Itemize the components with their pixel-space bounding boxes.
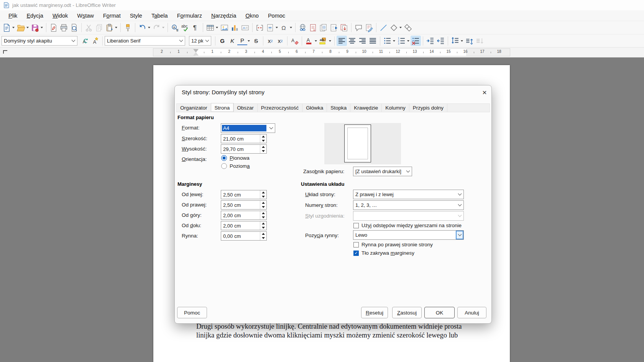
insert-textbox-icon[interactable]: A	[240, 23, 250, 33]
print-preview-icon[interactable]	[69, 23, 79, 33]
subscript-button[interactable]: x2	[275, 36, 285, 46]
tab-obszar[interactable]: Obszar	[233, 104, 258, 112]
format-combobox[interactable]: A4	[221, 123, 275, 133]
spinner-buttons[interactable]	[260, 201, 266, 209]
height-spinner[interactable]: 29,70 cm	[221, 144, 267, 154]
cross-reference-icon[interactable]	[339, 23, 349, 33]
highlight-color-dropdown[interactable]	[329, 40, 331, 42]
no-list-icon[interactable]	[411, 36, 421, 46]
insert-field-dropdown[interactable]	[276, 27, 278, 28]
draw-functions-icon[interactable]	[403, 23, 413, 33]
save-icon[interactable]	[30, 23, 40, 33]
numbered-list-dropdown[interactable]	[407, 40, 409, 42]
align-left-icon[interactable]	[337, 36, 347, 46]
formatting-marks-icon[interactable]: ¶	[191, 23, 201, 33]
menu-widok[interactable]: Widok	[48, 11, 72, 20]
undo-dropdown[interactable]	[148, 27, 150, 28]
background-covers-margins-checkbox[interactable]: ✓Tło zakrywa marginesy	[353, 250, 414, 256]
tab-glowka[interactable]: Główka	[302, 104, 327, 112]
update-style-icon[interactable]: A	[80, 36, 90, 46]
menu-format[interactable]: Format	[99, 11, 125, 20]
tab-stopka[interactable]: Stopka	[327, 104, 350, 112]
clear-formatting-icon[interactable]: A	[289, 36, 300, 46]
gutter-position-combobox[interactable]: Lewo	[353, 230, 464, 240]
bullet-list-icon[interactable]	[382, 36, 393, 46]
tab-organizator[interactable]: Organizator	[177, 104, 211, 112]
tab-kolumny[interactable]: Kolumny	[382, 104, 409, 112]
numbered-list-icon[interactable]: 123	[396, 36, 407, 46]
close-icon[interactable]: ✕	[480, 88, 490, 98]
menu-wstaw[interactable]: Wstaw	[72, 11, 99, 20]
menu-formularz[interactable]: Formularz	[172, 11, 207, 20]
print-icon[interactable]	[59, 23, 69, 33]
tab-przypis-dolny[interactable]: Przypis dolny	[409, 104, 447, 112]
open-dropdown[interactable]	[26, 27, 29, 28]
highlight-color-icon[interactable]: ab	[318, 36, 329, 46]
redo-icon[interactable]	[151, 23, 162, 33]
horizontal-ruler[interactable]: 21123456789101112131415161718	[153, 49, 510, 56]
align-justify-icon[interactable]	[368, 36, 378, 46]
spinner-buttons[interactable]	[260, 221, 266, 230]
font-size-combobox[interactable]: 12 pkt	[189, 36, 211, 46]
indent-marker-bottom-icon[interactable]	[193, 52, 199, 56]
width-spinner[interactable]: 21,00 cm	[221, 134, 267, 143]
insert-chart-icon[interactable]	[230, 23, 240, 33]
font-color-dropdown[interactable]	[315, 40, 317, 42]
bullet-list-dropdown[interactable]	[393, 40, 395, 42]
open-icon[interactable]	[16, 23, 26, 33]
footnote-icon[interactable]: 1	[308, 23, 318, 33]
menu-style[interactable]: Style	[125, 11, 147, 20]
underline-dropdown[interactable]	[248, 40, 250, 42]
insert-image-icon[interactable]	[219, 23, 230, 33]
endnote-icon[interactable]: (i)	[318, 23, 329, 33]
gutter-right-checkbox[interactable]: Rynna po prawej stronie strony	[353, 242, 433, 247]
portrait-radio[interactable]: Pionowa	[221, 155, 250, 161]
use-line-spacing-checkbox[interactable]: Użyj odstępów między wierszami na stroni…	[353, 223, 462, 228]
spelling-icon[interactable]: abc	[180, 23, 191, 33]
menu-tabela[interactable]: Tabela	[147, 11, 172, 20]
bold-button[interactable]: G	[217, 36, 227, 46]
insert-table-dropdown[interactable]	[216, 27, 218, 28]
page-numbers-combobox[interactable]: 1, 2, 3, …	[353, 200, 464, 210]
insert-field-icon[interactable]	[265, 23, 275, 33]
apply-button[interactable]: Zastosuj	[392, 307, 422, 318]
paragraph-style-combobox[interactable]: Domyślny styl akapitu	[2, 36, 77, 46]
spinner-buttons[interactable]	[260, 232, 266, 240]
new-document-dropdown[interactable]	[12, 27, 15, 28]
hyperlink-icon[interactable]	[297, 23, 308, 33]
insert-table-icon[interactable]	[205, 23, 215, 33]
special-character-icon[interactable]: Ω	[279, 23, 289, 33]
font-name-combobox[interactable]: Liberation Serif	[105, 36, 185, 46]
menu-okno[interactable]: Okno	[241, 11, 263, 20]
special-character-dropdown[interactable]	[290, 27, 292, 28]
redo-dropdown[interactable]	[162, 27, 164, 28]
cut-icon[interactable]	[84, 23, 94, 33]
export-pdf-icon[interactable]	[48, 23, 59, 33]
ok-button[interactable]: OK	[424, 307, 455, 318]
clone-formatting-icon[interactable]	[123, 23, 133, 33]
chevron-down-icon[interactable]	[456, 231, 463, 239]
italic-button[interactable]: K	[227, 36, 237, 46]
line-spacing-icon[interactable]	[450, 36, 460, 46]
tab-krawedzie[interactable]: Krawędzie	[350, 104, 382, 112]
superscript-button[interactable]: x2	[265, 36, 275, 46]
gutter-spinner[interactable]: 0,00 cm	[221, 231, 267, 241]
margin-bottom-spinner[interactable]: 2,00 cm	[221, 221, 267, 230]
line-spacing-dropdown[interactable]	[461, 40, 463, 42]
increase-paragraph-spacing-icon[interactable]	[464, 36, 475, 46]
margin-right-spinner[interactable]: 2,50 cm	[221, 200, 267, 210]
decrease-indent-icon[interactable]	[435, 36, 446, 46]
font-color-icon[interactable]: A	[304, 36, 314, 46]
save-dropdown[interactable]	[41, 27, 43, 28]
decrease-paragraph-spacing-icon[interactable]	[475, 36, 485, 46]
find-replace-icon[interactable]: ad	[170, 23, 180, 33]
bookmark-icon[interactable]	[329, 23, 339, 33]
reset-button[interactable]: Resetuj	[361, 307, 388, 318]
page-layout-combobox[interactable]: Z prawej i z lewej	[353, 190, 464, 199]
spinner-buttons[interactable]	[260, 145, 266, 153]
increase-indent-icon[interactable]	[425, 36, 435, 46]
basic-shapes-dropdown[interactable]	[399, 27, 402, 28]
menu-narzedzia[interactable]: Narzędzia	[207, 11, 241, 20]
new-style-icon[interactable]: A	[90, 36, 100, 46]
copy-icon[interactable]	[94, 23, 104, 33]
